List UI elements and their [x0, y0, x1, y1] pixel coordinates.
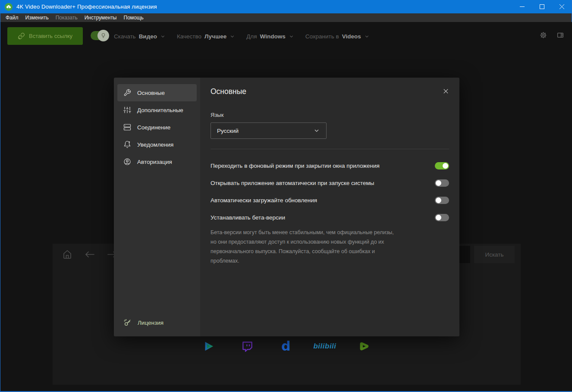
setting-label: Автоматически загружайте обновления — [211, 197, 317, 204]
language-select[interactable]: Русский — [211, 122, 327, 139]
side-panel-button[interactable] — [556, 31, 564, 39]
server-icon — [123, 123, 131, 131]
supported-sites-row: d bilibili — [202, 339, 370, 353]
settings-gear-button[interactable] — [540, 31, 547, 39]
target-device-dropdown[interactable]: Для Windows — [246, 33, 294, 40]
settings-sidebar: Основные Дополнительные — [114, 78, 200, 336]
menu-file[interactable]: Файл — [2, 13, 22, 22]
arrow-left-icon — [85, 251, 95, 258]
toolbar-right-icons — [540, 31, 564, 39]
toggle-knob — [443, 163, 448, 169]
quality-prefix: Качество — [177, 33, 201, 40]
download-type-prefix: Скачать — [114, 33, 136, 40]
setting-label: Устанавливать бета-версии — [211, 214, 285, 221]
close-dialog-button[interactable] — [442, 87, 450, 95]
settings-dialog: Основные Дополнительные — [114, 78, 459, 336]
dailymotion-site-icon[interactable]: d — [280, 340, 292, 353]
search-button[interactable]: Искать — [474, 246, 515, 263]
chevron-down-icon — [289, 34, 294, 39]
settings-content: Основные Язык Русский Переходить в фонов… — [200, 78, 459, 336]
app-window: 4K Video Downloader+ Профессиональная ли… — [0, 0, 572, 392]
home-button[interactable] — [62, 249, 72, 260]
setting-row-auto-updates: Автоматически загружайте обновления — [211, 194, 449, 206]
beta-versions-toggle[interactable] — [435, 214, 449, 221]
quality-dropdown[interactable]: Качество Лучшее — [177, 33, 235, 40]
auto-updates-toggle[interactable] — [435, 197, 449, 204]
user-icon — [123, 158, 131, 166]
paste-link-button[interactable]: Вставить ссылку — [7, 27, 83, 45]
paste-link-icon — [18, 32, 25, 40]
sidebar-item-license[interactable]: Лицензия — [117, 314, 197, 331]
rutube-site-icon[interactable] — [357, 340, 370, 353]
side-panel-icon — [556, 31, 564, 39]
close-icon — [443, 88, 449, 94]
sidebar-item-general[interactable]: Основные — [117, 84, 197, 101]
wrench-icon — [123, 89, 131, 97]
sidebar-item-notifications[interactable]: Уведомления — [117, 136, 197, 153]
app-logo-icon — [5, 3, 13, 11]
lightbulb-icon — [97, 30, 109, 41]
bilibili-site-icon[interactable]: bilibili — [318, 340, 331, 353]
gradient-play-site-icon[interactable] — [202, 340, 215, 353]
chevron-down-icon — [313, 127, 320, 134]
download-type-value: Видео — [139, 33, 157, 40]
toggle-knob — [436, 198, 441, 203]
sidebar-item-advanced[interactable]: Дополнительные — [117, 101, 197, 119]
quality-value: Лучшее — [204, 33, 226, 40]
setting-row-beta-versions: Устанавливать бета-версии — [211, 211, 449, 223]
sidebar-item-label: Соединение — [137, 124, 170, 131]
language-label: Язык — [211, 112, 223, 118]
toolbar-dropdowns: Скачать Видео Качество Лучшее Для Window… — [114, 31, 370, 41]
chevron-down-icon — [364, 34, 370, 39]
home-icon — [62, 249, 72, 260]
setting-label: Переходить в фоновый режим при закрытии … — [211, 163, 380, 169]
beta-note-text: Бета-версии могут быть менее стабильными… — [211, 228, 397, 266]
save-location-dropdown[interactable]: Сохранить в Videos — [305, 33, 370, 40]
sidebar-item-authorization[interactable]: Авторизация — [117, 153, 197, 170]
sidebar-item-connection[interactable]: Соединение — [117, 119, 197, 136]
toolbar: Вставить ссылку Скачать Видео Качество — [1, 22, 572, 54]
menubar: Файл Изменить Показать Инструменты Помощ… — [0, 13, 572, 22]
sidebar-item-label: Дополнительные — [137, 107, 183, 113]
background-mode-toggle[interactable] — [435, 162, 449, 169]
titlebar: 4K Video Downloader+ Профессиональная ли… — [0, 0, 572, 13]
menu-edit[interactable]: Изменить — [22, 13, 52, 22]
setting-row-background-mode: Переходить в фоновый режим при закрытии … — [211, 160, 449, 172]
save-location-value: Videos — [342, 33, 361, 40]
setting-row-autostart: Открывать приложение автоматически при з… — [211, 177, 449, 189]
close-window-button[interactable] — [552, 0, 572, 13]
key-icon — [123, 319, 132, 327]
sliders-icon — [123, 106, 131, 114]
window-controls — [512, 0, 572, 13]
setting-label: Открывать приложение автоматически при з… — [211, 180, 374, 186]
chevron-down-icon — [160, 34, 166, 39]
app-content: Вставить ссылку Скачать Видео Качество — [1, 22, 572, 391]
back-button[interactable] — [85, 251, 95, 258]
toggle-knob — [436, 215, 441, 220]
divider — [211, 149, 449, 149]
gear-icon — [540, 31, 547, 39]
download-type-dropdown[interactable]: Скачать Видео — [114, 33, 166, 40]
target-device-value: Windows — [260, 33, 286, 40]
toggle-knob — [436, 180, 441, 186]
sidebar-item-label: Основные — [137, 90, 165, 96]
license-label: Лицензия — [138, 320, 163, 326]
autostart-toggle[interactable] — [435, 179, 449, 187]
sidebar-item-label: Авторизация — [137, 159, 172, 165]
menu-help[interactable]: Помощь — [120, 13, 147, 22]
sidebar-item-label: Уведомления — [137, 141, 173, 148]
language-value: Русский — [217, 128, 239, 134]
paste-link-label: Вставить ссылку — [29, 33, 72, 39]
save-location-prefix: Сохранить в — [305, 33, 339, 40]
menu-view: Показать — [52, 13, 81, 22]
chevron-down-icon — [229, 34, 235, 39]
twitch-site-icon[interactable] — [241, 340, 254, 353]
bell-icon — [123, 141, 131, 148]
minimize-button[interactable] — [512, 0, 532, 13]
window-title: 4K Video Downloader+ Профессиональная ли… — [16, 3, 157, 10]
maximize-button[interactable] — [532, 0, 552, 13]
target-device-prefix: Для — [246, 33, 257, 40]
dialog-title: Основные — [211, 87, 246, 96]
menu-tools[interactable]: Инструменты — [81, 13, 120, 22]
smart-mode-toggle[interactable] — [91, 31, 108, 40]
